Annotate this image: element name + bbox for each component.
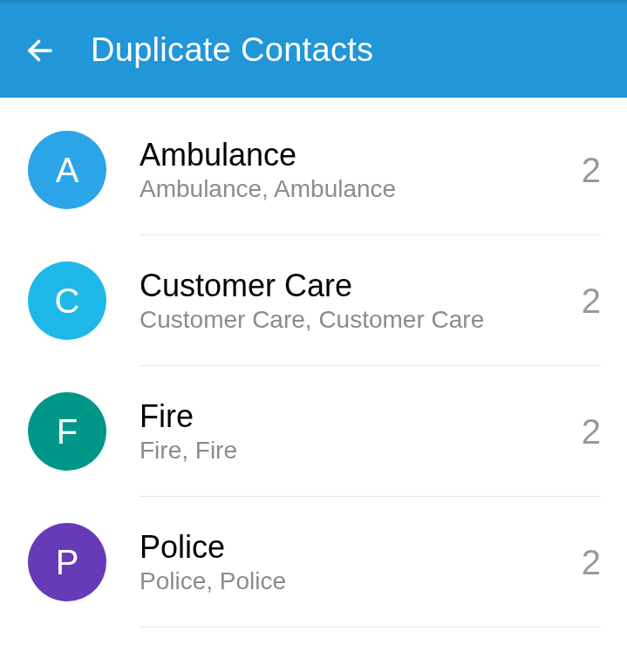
- contact-subtitle: Customer Care, Customer Care: [140, 306, 564, 334]
- avatar: C: [28, 261, 106, 340]
- contact-name: Police: [140, 529, 564, 566]
- contact-text: Fire Fire, Fire: [140, 398, 564, 465]
- contact-subtitle: Police, Police: [140, 567, 564, 595]
- duplicate-count: 2: [582, 151, 601, 190]
- contact-text: Police Police, Police: [140, 529, 564, 595]
- contact-subtitle: Ambulance, Ambulance: [140, 175, 564, 203]
- back-arrow-icon[interactable]: [24, 35, 56, 66]
- contact-text: Customer Care Customer Care, Customer Ca…: [140, 268, 564, 334]
- contact-row[interactable]: A Ambulance Ambulance, Ambulance 2: [0, 105, 627, 235]
- contact-row[interactable]: C Customer Care Customer Care, Customer …: [0, 235, 627, 366]
- contact-text: Ambulance Ambulance, Ambulance: [140, 137, 564, 203]
- contact-name: Ambulance: [140, 137, 564, 173]
- contacts-list: A Ambulance Ambulance, Ambulance 2 C Cus…: [0, 98, 627, 628]
- contact-name: Customer Care: [140, 268, 564, 304]
- duplicate-count: 2: [582, 543, 601, 582]
- avatar: P: [28, 523, 106, 601]
- avatar: A: [28, 131, 106, 209]
- contact-name: Fire: [140, 398, 564, 435]
- contact-subtitle: Fire, Fire: [140, 437, 564, 465]
- duplicate-count: 2: [582, 282, 601, 321]
- contact-row[interactable]: P Police Police, Police 2: [0, 497, 627, 628]
- page-title: Duplicate Contacts: [91, 31, 373, 69]
- duplicate-count: 2: [582, 412, 601, 451]
- avatar: F: [28, 392, 106, 471]
- contact-row[interactable]: F Fire Fire, Fire 2: [0, 366, 627, 497]
- app-header: Duplicate Contacts: [0, 0, 627, 98]
